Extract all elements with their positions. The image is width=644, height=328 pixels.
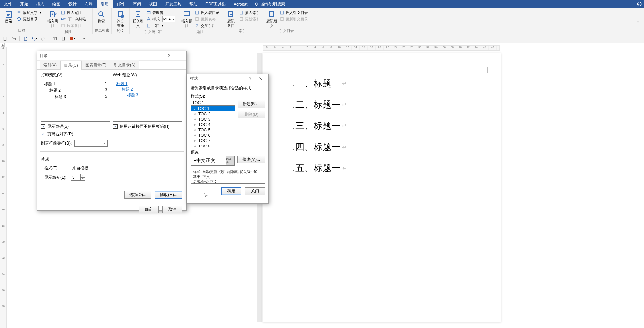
tab-file[interactable]: 文件 [0, 0, 16, 8]
update-toc-button[interactable]: 更新目录 [16, 16, 42, 22]
modify-style-button[interactable]: 修改(M)... [237, 156, 265, 163]
update-index-button[interactable]: 更新索引 [238, 16, 261, 22]
svg-point-6 [99, 12, 103, 16]
insert-toa-button[interactable]: 插入引文目录 [279, 10, 309, 16]
tab-mailings[interactable]: 邮件 [113, 0, 129, 8]
style-preview: +中文正文 10.5 磅 [191, 156, 235, 166]
qat-layout2[interactable] [60, 36, 66, 42]
spin-down[interactable]: ▼ [80, 177, 85, 181]
tab-layout[interactable]: 布局 [81, 0, 97, 8]
tab-acrobat[interactable]: Acrobat [230, 0, 251, 8]
levels-spinner[interactable]: 3 ▲▼ [71, 174, 85, 181]
toc-tab-toa[interactable]: 引文目录(A) [110, 60, 139, 69]
group-citation: 插入引文 管理源 样式: MLA▾ 书目▾ 引文与书目 [130, 8, 178, 34]
style-listbox[interactable]: ▸TOC 1↵TOC 2↵TOC 3↵TOC 4↵TOC 5↵TOC 6↵TOC… [191, 106, 235, 147]
collapse-ribbon-button[interactable] [634, 18, 642, 25]
tab-view[interactable]: 视图 [145, 0, 161, 8]
delete-style-button[interactable]: 删除(D) [238, 111, 265, 118]
mark-citation-button[interactable]: 标记引文 [265, 9, 278, 28]
style-list-item[interactable]: ↵TOC 5 [191, 127, 235, 133]
mark-entry-button[interactable]: 标记 条目 [224, 9, 238, 28]
insert-footnote-button[interactable]: AB¹ 插入脚注 [46, 9, 59, 28]
document-page[interactable]: .一、标题一↵.二、标题一↵.三、标题一↵.四、标题一↵.五、标题一↵ [263, 53, 501, 322]
qat-undo[interactable]: ▾ [31, 36, 37, 42]
style-ok-button[interactable]: 确定 [221, 187, 241, 195]
chk-right-align[interactable]: ✓ [41, 132, 45, 136]
options-button[interactable]: 选项(O)... [124, 191, 151, 199]
citation-style-combo[interactable]: MLA▾ [162, 16, 175, 22]
chk-hyperlinks[interactable]: ✓ [113, 124, 118, 129]
insert-citation-button[interactable]: 插入引文 [132, 9, 145, 28]
toc-tab-toc[interactable]: 目录(C) [60, 61, 82, 70]
toc-dialog-close[interactable] [174, 51, 184, 60]
qat-save[interactable] [22, 36, 29, 42]
style-list-item[interactable]: ▸TOC 1 [191, 106, 235, 111]
qat-new[interactable] [2, 36, 8, 42]
qat-open[interactable] [11, 36, 17, 42]
tab-home[interactable]: 开始 [16, 0, 32, 8]
heading-line[interactable]: .五、标题一↵ [293, 162, 484, 174]
tab-references[interactable]: 引用 [97, 0, 113, 8]
insert-fig-toc-button[interactable]: 插入表目录 [194, 10, 220, 16]
insert-caption-button[interactable]: 插入题注 [180, 9, 193, 28]
bibliography-button[interactable]: 书目▾ [146, 23, 176, 29]
style-dialog-help[interactable]: ? [245, 74, 256, 83]
modify-button[interactable]: 修改(M)... [155, 191, 182, 199]
spin-up[interactable]: ▲ [80, 174, 85, 177]
style-dialog-titlebar[interactable]: 样式 ? [187, 74, 268, 83]
update-toa-button[interactable]: 更新引文目录 [279, 16, 309, 22]
qat-pdf[interactable]: ▾ [69, 36, 75, 42]
toc-ok-button[interactable]: 确定 [139, 206, 159, 213]
mark-citation-icon [268, 10, 276, 18]
style-dialog-close[interactable] [256, 74, 266, 83]
heading-line[interactable]: .二、标题一↵ [293, 99, 484, 111]
tab-developer[interactable]: 开发工具 [161, 0, 185, 8]
toc-dialog-titlebar[interactable]: 目录 ? [37, 51, 186, 61]
style-list-item[interactable]: ↵TOC 7 [191, 138, 235, 144]
style-name-field[interactable]: TOC 1 [191, 100, 235, 106]
style-list-item[interactable]: ↵TOC 8 [191, 144, 235, 147]
style-list-item[interactable]: ↵TOC 4 [191, 122, 235, 127]
style-close-button[interactable]: 关闭 [245, 187, 265, 195]
style-list-item[interactable]: ↵TOC 6 [191, 133, 235, 138]
citation-style-button[interactable]: 样式: MLA▾ [146, 16, 176, 22]
manage-sources-button[interactable]: 管理源 [146, 10, 176, 16]
insert-caption-label: 插入题注 [180, 19, 193, 28]
toc-button[interactable]: 目录 [2, 9, 15, 24]
update-table-button[interactable]: 更新表格 [194, 16, 220, 22]
plagiarism-button[interactable]: 论文 查重 [114, 9, 127, 28]
leader-combo[interactable]: ▾ [74, 140, 108, 147]
format-combo[interactable]: 来自模板▾ [71, 165, 101, 171]
chk-show-pages[interactable]: ✓ [41, 124, 45, 129]
style-list-item[interactable]: ↵TOC 2 [191, 111, 235, 117]
svg-rect-22 [53, 37, 54, 40]
toc-tab-figures[interactable]: 图表目录(F) [82, 60, 110, 69]
toc-tab-index[interactable]: 索引(X) [40, 60, 60, 69]
qat-more[interactable]: ▾ [81, 36, 87, 42]
feedback-icon[interactable] [637, 1, 642, 8]
tab-selector[interactable]: L [1, 43, 5, 47]
cross-ref-button[interactable]: 交叉引用 [194, 23, 220, 29]
heading-line[interactable]: .三、标题一↵ [293, 120, 484, 132]
tab-design[interactable]: 设计 [64, 0, 81, 8]
tab-help[interactable]: 帮助 [185, 0, 201, 8]
toc-cancel-button[interactable]: 取消 [162, 206, 182, 213]
insert-index-button[interactable]: 插入索引 [238, 10, 261, 16]
tab-draw[interactable]: 绘图 [48, 0, 64, 8]
heading-line[interactable]: .四、标题一↵ [293, 141, 484, 153]
tab-review[interactable]: 审阅 [129, 0, 145, 8]
new-style-button[interactable]: 新建(N)... [238, 100, 265, 108]
qat-redo[interactable] [40, 36, 46, 42]
style-list-item[interactable]: ↵TOC 3 [191, 117, 235, 122]
toc-dialog-help[interactable]: ? [164, 51, 174, 60]
next-footnote-button[interactable]: AB¹下一条脚注▾ [60, 16, 90, 22]
search-button[interactable]: 搜索 [95, 9, 108, 24]
tab-pdf[interactable]: PDF工具集 [201, 0, 230, 8]
add-text-button[interactable]: 添加文字▾ [16, 10, 42, 16]
tell-me-search[interactable]: 操作说明搜索 [254, 0, 285, 8]
tab-insert[interactable]: 插入 [32, 0, 48, 8]
insert-endnote-button[interactable]: 插入尾注 [60, 10, 90, 16]
show-notes-button[interactable]: 显示备注 [60, 23, 90, 29]
heading-line[interactable]: .一、标题一↵ [293, 78, 484, 89]
qat-layout1[interactable] [52, 36, 58, 42]
